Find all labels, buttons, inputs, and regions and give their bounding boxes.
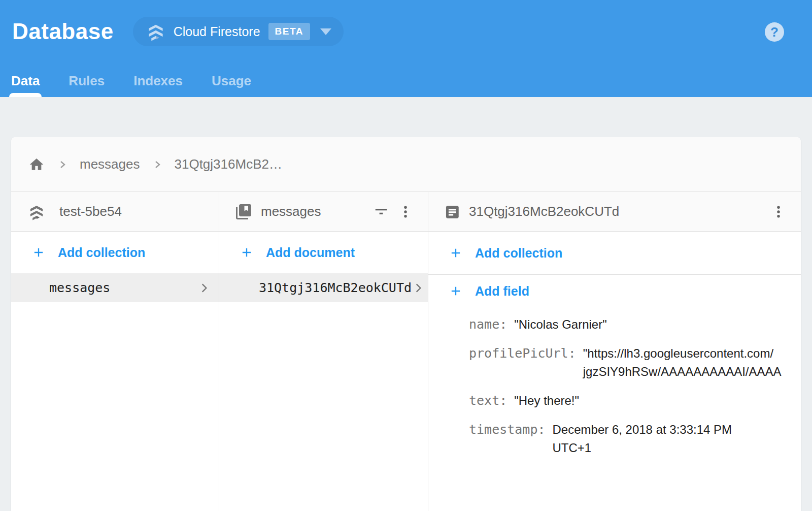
panel-database-root: test-5be54 Add collection messages [11, 192, 219, 511]
product-switcher[interactable]: Cloud Firestore BETA [133, 17, 344, 46]
plus-icon [240, 245, 254, 260]
beta-badge: BETA [268, 23, 310, 40]
add-document-button[interactable]: Add document [219, 232, 428, 273]
field-key: profilePicUrl: [469, 344, 576, 363]
page-title: Database [12, 19, 114, 44]
field-row-text[interactable]: text: "Hey there!" [469, 392, 801, 410]
tab-data[interactable]: Data [11, 65, 40, 97]
field-row-timestamp[interactable]: timestamp: December 6, 2018 at 3:33:14 P… [469, 421, 801, 457]
collection-name-label: messages [261, 204, 321, 219]
plus-icon [449, 246, 463, 260]
kebab-menu-icon[interactable] [768, 202, 789, 222]
collection-list-item-messages[interactable]: messages [11, 273, 219, 302]
field-key: name: [469, 315, 507, 334]
main-area: messages 31Qtgj316McB2… [0, 97, 812, 511]
firestore-icon [146, 22, 165, 41]
firestore-icon [28, 203, 45, 220]
breadcrumb: messages 31Qtgj316McB2… [11, 137, 801, 192]
kebab-menu-icon[interactable] [395, 202, 416, 222]
field-value: "Nicolas Garnier" [514, 315, 606, 334]
breadcrumb-item-document: 31Qtgj316McB2… [175, 156, 282, 172]
tab-rules[interactable]: Rules [69, 65, 105, 97]
chevron-right-icon [412, 281, 425, 295]
product-switcher-label: Cloud Firestore [174, 24, 260, 39]
document-lines-icon [444, 203, 461, 220]
panels: test-5be54 Add collection messages [11, 192, 801, 511]
firestore-data-card: messages 31Qtgj316McB2… [11, 137, 801, 511]
breadcrumb-item-messages[interactable]: messages [80, 156, 140, 172]
field-key: timestamp: [469, 421, 546, 439]
add-field-button[interactable]: Add field [428, 275, 801, 307]
question-mark-icon: ? [770, 24, 779, 40]
tab-indexes[interactable]: Indexes [133, 65, 183, 97]
field-row-name[interactable]: name: "Nicolas Garnier" [469, 315, 801, 334]
collections-bookmark-icon [234, 203, 253, 221]
plus-icon [449, 284, 463, 298]
field-row-profilePicUrl[interactable]: profilePicUrl: "https://lh3.googleuserco… [469, 344, 801, 381]
field-value: "Hey there!" [514, 392, 579, 410]
filter-icon[interactable] [371, 202, 391, 222]
document-id-label: 31Qtgj316McB2eokCUTd [469, 204, 619, 219]
tab-usage[interactable]: Usage [212, 65, 251, 97]
document-panel-header: 31Qtgj316McB2eokCUTd [428, 192, 801, 232]
field-key: text: [469, 392, 507, 410]
document-list-item[interactable]: 31Qtgj316McB2eokCUTd [219, 273, 428, 302]
home-icon[interactable] [28, 156, 45, 173]
field-value: December 6, 2018 at 3:33:14 PM UTC+1 [553, 421, 732, 457]
chevron-down-icon [320, 28, 331, 35]
help-button[interactable]: ? [765, 22, 784, 42]
document-fields: name: "Nicolas Garnier" profilePicUrl: "… [428, 307, 801, 468]
tab-bar: Data Rules Indexes Usage [11, 65, 280, 97]
panel-document: 31Qtgj316McB2eokCUTd Add collection [428, 192, 801, 511]
database-id-label: test-5be54 [59, 204, 122, 219]
breadcrumb-chevron-icon [152, 159, 162, 170]
plus-icon [31, 245, 46, 260]
chevron-right-icon [197, 281, 211, 295]
add-collection-button[interactable]: Add collection [428, 232, 801, 275]
breadcrumb-chevron-icon [57, 159, 67, 170]
add-collection-button[interactable]: Add collection [11, 232, 219, 273]
app-header: Database Cloud Firestore BETA ? Data Rul… [0, 0, 812, 97]
panel-collection: messages [219, 192, 428, 511]
database-panel-header: test-5be54 [11, 192, 219, 232]
collection-panel-header: messages [219, 192, 428, 232]
field-value: "https://lh3.googleusercontent.com/ jgzS… [583, 344, 782, 381]
